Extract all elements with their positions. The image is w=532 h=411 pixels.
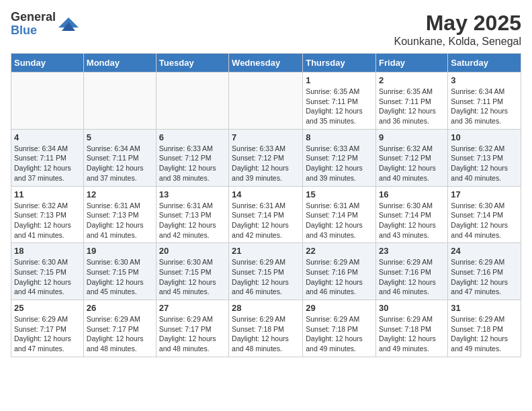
calendar-cell: 22Sunrise: 6:29 AM Sunset: 7:16 PM Dayli…: [303, 243, 376, 300]
title-block: May 2025 Kounkane, Kolda, Senegal: [394, 11, 521, 48]
day-info: Sunrise: 6:30 AM Sunset: 7:15 PM Dayligh…: [159, 257, 226, 297]
day-number: 20: [159, 246, 226, 256]
day-number: 5: [87, 132, 153, 142]
calendar-cell: 9Sunrise: 6:32 AM Sunset: 7:12 PM Daylig…: [376, 129, 448, 186]
calendar-cell: 19Sunrise: 6:30 AM Sunset: 7:15 PM Dayli…: [83, 243, 156, 300]
day-info: Sunrise: 6:29 AM Sunset: 7:17 PM Dayligh…: [87, 314, 153, 354]
calendar-week-row: 25Sunrise: 6:29 AM Sunset: 7:17 PM Dayli…: [11, 300, 521, 357]
calendar-cell: 24Sunrise: 6:29 AM Sunset: 7:16 PM Dayli…: [448, 243, 521, 300]
day-info: Sunrise: 6:35 AM Sunset: 7:11 PM Dayligh…: [306, 87, 373, 126]
day-info: Sunrise: 6:29 AM Sunset: 7:18 PM Dayligh…: [451, 314, 518, 354]
day-info: Sunrise: 6:31 AM Sunset: 7:14 PM Dayligh…: [306, 201, 373, 240]
day-info: Sunrise: 6:32 AM Sunset: 7:13 PM Dayligh…: [451, 144, 518, 183]
day-number: 23: [379, 246, 445, 256]
logo: General Blue: [11, 11, 79, 38]
weekday-header-friday: Friday: [376, 54, 448, 73]
calendar-cell: 18Sunrise: 6:30 AM Sunset: 7:15 PM Dayli…: [11, 243, 84, 300]
day-info: Sunrise: 6:34 AM Sunset: 7:11 PM Dayligh…: [451, 87, 518, 126]
logo-general-text: General: [11, 11, 56, 24]
day-number: 17: [451, 189, 518, 199]
day-number: 13: [159, 189, 226, 199]
weekday-header-saturday: Saturday: [448, 54, 521, 73]
day-info: Sunrise: 6:32 AM Sunset: 7:12 PM Dayligh…: [379, 144, 445, 183]
day-info: Sunrise: 6:29 AM Sunset: 7:18 PM Dayligh…: [306, 314, 373, 354]
calendar-cell: 14Sunrise: 6:31 AM Sunset: 7:14 PM Dayli…: [229, 186, 303, 243]
calendar-cell: 12Sunrise: 6:31 AM Sunset: 7:13 PM Dayli…: [83, 186, 156, 243]
weekday-header-monday: Monday: [83, 54, 156, 73]
day-number: 18: [14, 246, 81, 256]
page-header: General Blue May 2025 Kounkane, Kolda, S…: [11, 11, 521, 48]
day-number: 21: [232, 246, 300, 256]
day-number: 27: [159, 303, 226, 313]
day-info: Sunrise: 6:30 AM Sunset: 7:14 PM Dayligh…: [451, 201, 518, 240]
day-number: 1: [306, 75, 373, 85]
calendar-cell: 4Sunrise: 6:34 AM Sunset: 7:11 PM Daylig…: [11, 129, 84, 186]
day-info: Sunrise: 6:30 AM Sunset: 7:15 PM Dayligh…: [14, 257, 81, 297]
calendar-cell: 20Sunrise: 6:30 AM Sunset: 7:15 PM Dayli…: [156, 243, 228, 300]
calendar-cell: 15Sunrise: 6:31 AM Sunset: 7:14 PM Dayli…: [303, 186, 376, 243]
day-number: 10: [451, 132, 518, 142]
month-year-title: May 2025: [394, 11, 521, 36]
day-info: Sunrise: 6:30 AM Sunset: 7:15 PM Dayligh…: [87, 257, 153, 297]
calendar-cell: 8Sunrise: 6:33 AM Sunset: 7:12 PM Daylig…: [303, 129, 376, 186]
calendar-cell: 28Sunrise: 6:29 AM Sunset: 7:18 PM Dayli…: [229, 300, 303, 357]
day-info: Sunrise: 6:30 AM Sunset: 7:14 PM Dayligh…: [379, 201, 445, 240]
day-info: Sunrise: 6:29 AM Sunset: 7:15 PM Dayligh…: [232, 257, 300, 297]
day-info: Sunrise: 6:29 AM Sunset: 7:16 PM Dayligh…: [306, 257, 373, 297]
day-info: Sunrise: 6:31 AM Sunset: 7:13 PM Dayligh…: [159, 201, 226, 240]
day-number: 22: [306, 246, 373, 256]
day-info: Sunrise: 6:31 AM Sunset: 7:13 PM Dayligh…: [87, 201, 153, 240]
day-info: Sunrise: 6:34 AM Sunset: 7:11 PM Dayligh…: [14, 144, 81, 183]
calendar-cell: 21Sunrise: 6:29 AM Sunset: 7:15 PM Dayli…: [229, 243, 303, 300]
day-number: 11: [14, 189, 81, 199]
day-number: 15: [306, 189, 373, 199]
calendar-cell: 5Sunrise: 6:34 AM Sunset: 7:11 PM Daylig…: [83, 129, 156, 186]
day-info: Sunrise: 6:33 AM Sunset: 7:12 PM Dayligh…: [232, 144, 300, 183]
weekday-header-tuesday: Tuesday: [156, 54, 228, 73]
calendar-cell: [83, 73, 156, 130]
calendar-cell: 6Sunrise: 6:33 AM Sunset: 7:12 PM Daylig…: [156, 129, 228, 186]
location-subtitle: Kounkane, Kolda, Senegal: [394, 36, 521, 48]
day-info: Sunrise: 6:29 AM Sunset: 7:18 PM Dayligh…: [232, 314, 300, 354]
logo-icon: [58, 14, 79, 34]
day-number: 6: [159, 132, 226, 142]
calendar-cell: 11Sunrise: 6:32 AM Sunset: 7:13 PM Dayli…: [11, 186, 84, 243]
day-info: Sunrise: 6:29 AM Sunset: 7:17 PM Dayligh…: [159, 314, 226, 354]
day-info: Sunrise: 6:32 AM Sunset: 7:13 PM Dayligh…: [14, 201, 81, 240]
calendar-cell: [156, 73, 228, 130]
calendar-cell: 7Sunrise: 6:33 AM Sunset: 7:12 PM Daylig…: [229, 129, 303, 186]
day-number: 12: [87, 189, 153, 199]
day-info: Sunrise: 6:33 AM Sunset: 7:12 PM Dayligh…: [159, 144, 226, 183]
calendar-cell: 1Sunrise: 6:35 AM Sunset: 7:11 PM Daylig…: [303, 73, 376, 130]
weekday-header-thursday: Thursday: [303, 54, 376, 73]
calendar-week-row: 1Sunrise: 6:35 AM Sunset: 7:11 PM Daylig…: [11, 73, 521, 130]
calendar-cell: 10Sunrise: 6:32 AM Sunset: 7:13 PM Dayli…: [448, 129, 521, 186]
calendar-cell: 27Sunrise: 6:29 AM Sunset: 7:17 PM Dayli…: [156, 300, 228, 357]
day-number: 31: [451, 303, 518, 313]
day-info: Sunrise: 6:29 AM Sunset: 7:16 PM Dayligh…: [379, 257, 445, 297]
calendar-cell: 26Sunrise: 6:29 AM Sunset: 7:17 PM Dayli…: [83, 300, 156, 357]
day-number: 3: [451, 75, 518, 85]
calendar-table: SundayMondayTuesdayWednesdayThursdayFrid…: [11, 53, 521, 357]
calendar-week-row: 11Sunrise: 6:32 AM Sunset: 7:13 PM Dayli…: [11, 186, 521, 243]
day-number: 9: [379, 132, 445, 142]
day-info: Sunrise: 6:33 AM Sunset: 7:12 PM Dayligh…: [306, 144, 373, 183]
day-number: 24: [451, 246, 518, 256]
calendar-header-row: SundayMondayTuesdayWednesdayThursdayFrid…: [11, 54, 521, 73]
calendar-cell: 29Sunrise: 6:29 AM Sunset: 7:18 PM Dayli…: [303, 300, 376, 357]
calendar-cell: 17Sunrise: 6:30 AM Sunset: 7:14 PM Dayli…: [448, 186, 521, 243]
day-number: 19: [87, 246, 153, 256]
calendar-cell: 31Sunrise: 6:29 AM Sunset: 7:18 PM Dayli…: [448, 300, 521, 357]
calendar-cell: [229, 73, 303, 130]
calendar-cell: 30Sunrise: 6:29 AM Sunset: 7:18 PM Dayli…: [376, 300, 448, 357]
day-info: Sunrise: 6:29 AM Sunset: 7:18 PM Dayligh…: [379, 314, 445, 354]
day-info: Sunrise: 6:35 AM Sunset: 7:11 PM Dayligh…: [379, 87, 445, 126]
day-number: 28: [232, 303, 300, 313]
day-number: 7: [232, 132, 300, 142]
calendar-cell: 13Sunrise: 6:31 AM Sunset: 7:13 PM Dayli…: [156, 186, 228, 243]
day-number: 14: [232, 189, 300, 199]
day-info: Sunrise: 6:34 AM Sunset: 7:11 PM Dayligh…: [87, 144, 153, 183]
day-info: Sunrise: 6:31 AM Sunset: 7:14 PM Dayligh…: [232, 201, 300, 240]
calendar-cell: 3Sunrise: 6:34 AM Sunset: 7:11 PM Daylig…: [448, 73, 521, 130]
calendar-week-row: 18Sunrise: 6:30 AM Sunset: 7:15 PM Dayli…: [11, 243, 521, 300]
